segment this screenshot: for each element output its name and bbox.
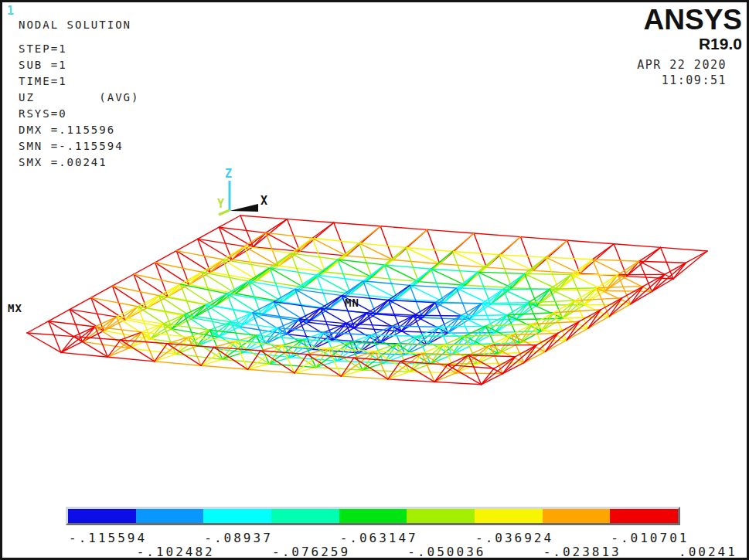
triad: Z Y X [2, 2, 747, 558]
triad-x-axis [230, 204, 258, 212]
colorbar-value: .00241 [679, 545, 737, 559]
graphics-window[interactable]: 1 NODAL SOLUTIONSTEP=1SUB =1TIME=1UZ (AV… [0, 0, 749, 560]
colorbar-value: -.050036 [407, 545, 485, 559]
colorbar-value: -.063147 [340, 531, 418, 545]
triad-z-label: Z [225, 167, 232, 181]
colorbar-segment [339, 509, 407, 523]
colorbar-value: -.010701 [611, 531, 689, 545]
colorbar-value: -.08937 [204, 531, 272, 545]
colorbar-value: -.036924 [475, 531, 553, 545]
colorbar-value: -.023813 [543, 545, 621, 559]
colorbar-segment [68, 509, 136, 523]
triad-y-label: Y [217, 197, 224, 211]
colorbar-segment [203, 509, 271, 523]
min-displacement-marker: MN [345, 297, 359, 309]
colorbar-value: -.115594 [69, 531, 147, 545]
colorbar-value: -.076259 [272, 545, 350, 559]
triad-x-label: X [260, 194, 267, 208]
colorbar-segment [475, 509, 543, 523]
colorbar-segment [271, 509, 339, 523]
colorbar-segment [543, 509, 611, 523]
colorbar [66, 507, 680, 525]
colorbar-segment [407, 509, 475, 523]
colorbar-segments [68, 509, 678, 523]
colorbar-value: -.102482 [137, 545, 215, 559]
max-displacement-marker: MX [8, 302, 22, 314]
colorbar-segment [610, 509, 678, 523]
colorbar-segment [136, 509, 204, 523]
